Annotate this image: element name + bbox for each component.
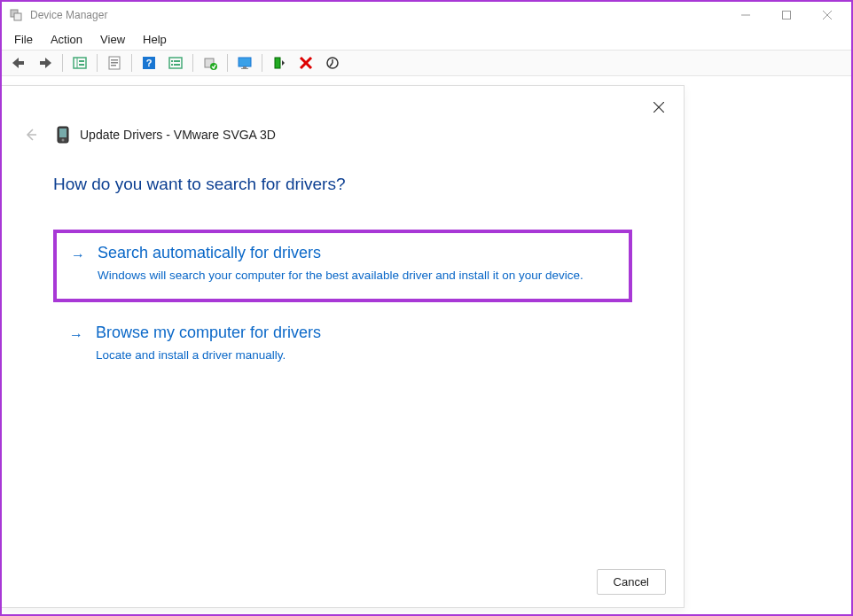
cancel-button[interactable]: Cancel <box>597 569 666 595</box>
properties-icon[interactable] <box>102 51 127 74</box>
option-search-auto-desc: Windows will search your computer for th… <box>98 268 594 285</box>
svg-point-37 <box>62 139 65 142</box>
option-browse-title: Browse my computer for drivers <box>96 324 616 342</box>
update-driver-dialog: Update Drivers - VMware SVGA 3D How do y… <box>2 85 685 608</box>
update-driver-icon[interactable] <box>198 51 223 74</box>
option-search-auto[interactable]: → Search automatically for drivers Windo… <box>53 230 632 302</box>
svg-rect-6 <box>18 61 24 65</box>
option-search-auto-title: Search automatically for drivers <box>98 244 614 262</box>
option-browse-desc: Locate and install a driver manually. <box>96 347 592 364</box>
enable-device-icon[interactable] <box>267 51 292 74</box>
menu-help[interactable]: Help <box>134 31 176 48</box>
menu-action[interactable]: Action <box>42 31 91 48</box>
device-manager-icon <box>9 8 23 22</box>
svg-rect-8 <box>74 58 86 68</box>
dialog-title: Update Drivers - VMware SVGA 3D <box>80 128 276 142</box>
menubar: File Action View Help <box>2 28 851 50</box>
svg-rect-13 <box>111 59 118 61</box>
svg-rect-20 <box>174 64 180 66</box>
minimize-button[interactable] <box>725 2 766 28</box>
maximize-button[interactable] <box>766 2 807 28</box>
menu-view[interactable]: View <box>91 31 134 48</box>
window-title: Device Manager <box>30 9 107 21</box>
close-dialog-button[interactable] <box>646 95 671 120</box>
disable-device-icon[interactable] <box>320 51 345 74</box>
svg-rect-1 <box>14 13 21 20</box>
forward-icon[interactable] <box>33 51 58 74</box>
arrow-right-icon: → <box>69 327 83 343</box>
svg-rect-3 <box>783 12 791 19</box>
dialog-header: Update Drivers - VMware SVGA 3D <box>2 86 684 153</box>
titlebar: Device Manager <box>2 2 851 28</box>
monitor-icon[interactable] <box>232 51 257 74</box>
device-icon <box>57 126 71 144</box>
menu-file[interactable]: File <box>5 31 42 48</box>
svg-rect-11 <box>79 64 84 66</box>
svg-rect-22 <box>171 64 173 66</box>
svg-rect-28 <box>275 58 280 68</box>
svg-rect-25 <box>239 58 251 66</box>
svg-rect-27 <box>241 68 248 69</box>
close-window-button[interactable] <box>807 2 848 28</box>
help-icon[interactable]: ? <box>137 51 161 74</box>
dialog-back-button[interactable] <box>21 125 41 144</box>
svg-text:?: ? <box>146 58 153 68</box>
content-area: Update Drivers - VMware SVGA 3D How do y… <box>2 76 851 614</box>
toolbar: ? <box>2 50 851 76</box>
back-icon[interactable] <box>6 51 31 74</box>
svg-rect-14 <box>111 62 118 64</box>
dialog-question: How do you want to search for drivers? <box>53 175 632 194</box>
svg-rect-10 <box>79 60 84 62</box>
show-hidden-icon[interactable] <box>67 51 92 74</box>
arrow-right-icon: → <box>71 247 85 263</box>
svg-rect-7 <box>40 61 46 65</box>
option-browse[interactable]: → Browse my computer for drivers Locate … <box>53 324 632 364</box>
scan-hardware-icon[interactable] <box>163 51 188 74</box>
svg-rect-26 <box>243 66 247 68</box>
svg-rect-21 <box>171 60 173 62</box>
svg-rect-18 <box>169 58 182 68</box>
svg-rect-19 <box>174 60 180 62</box>
svg-rect-15 <box>111 65 116 66</box>
svg-rect-36 <box>59 129 67 137</box>
uninstall-device-icon[interactable] <box>293 51 318 74</box>
